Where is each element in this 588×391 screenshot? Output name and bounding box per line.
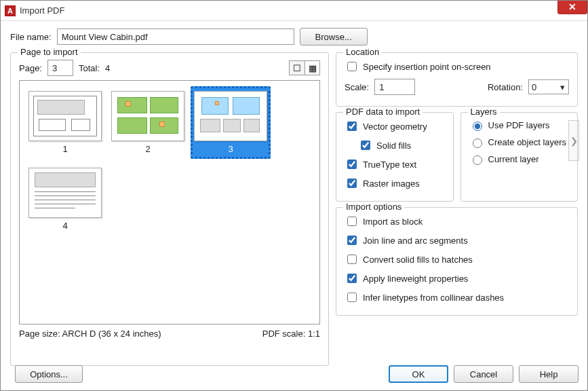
- view-grid-icon[interactable]: ▦: [305, 61, 319, 75]
- import-as-block-checkbox[interactable]: [347, 217, 357, 226]
- vector-geometry-checkbox[interactable]: [347, 122, 357, 131]
- import-as-block-label: Import as block: [363, 217, 423, 227]
- rotation-select[interactable]: [528, 79, 569, 94]
- close-button[interactable]: ✕: [557, 0, 587, 14]
- solid-fills-checkbox[interactable]: [361, 141, 370, 150]
- pdf-data-legend: PDF data to import: [343, 107, 423, 117]
- truetype-text-label: TrueType text: [363, 160, 416, 170]
- specify-insertion-checkbox[interactable]: [347, 62, 357, 71]
- title-bar: A Import PDF ✕: [1, 1, 587, 21]
- thumb-preview: [194, 91, 267, 141]
- ok-button[interactable]: OK: [389, 365, 448, 383]
- page-label: Page:: [19, 63, 42, 73]
- use-pdf-layers-radio[interactable]: [473, 122, 482, 131]
- page-thumb-4[interactable]: 4: [25, 163, 105, 236]
- thumb-caption: 2: [145, 144, 150, 154]
- specify-insertion-label: Specify insertion point on-screen: [363, 62, 491, 72]
- scale-label: Scale:: [345, 82, 369, 92]
- infer-linetypes-checkbox[interactable]: [347, 293, 357, 302]
- import-options-legend: Import options: [343, 202, 404, 212]
- help-button[interactable]: Help: [519, 365, 579, 383]
- page-thumb-1[interactable]: 1: [25, 86, 105, 159]
- location-legend: Location: [343, 47, 382, 57]
- current-layer-label: Current layer: [488, 154, 539, 164]
- thumb-caption: 3: [228, 144, 233, 154]
- create-object-layers-label: Create object layers: [488, 137, 567, 147]
- vector-geometry-label: Vector geometry: [363, 122, 427, 132]
- view-toggle: ☐ ▦: [289, 60, 320, 75]
- raster-images-label: Raster images: [363, 179, 420, 189]
- join-segments-label: Join line and arc segments: [363, 236, 468, 246]
- raster-images-checkbox[interactable]: [347, 179, 357, 188]
- browse-button[interactable]: Browse...: [300, 28, 368, 45]
- infer-linetypes-label: Infer linetypes from collinear dashes: [363, 293, 504, 303]
- app-icon: A: [5, 5, 16, 16]
- thumb-caption: 4: [62, 221, 67, 231]
- thumb-preview: [111, 91, 184, 141]
- page-size: Page size: ARCH D (36 x 24 inches): [19, 329, 161, 339]
- rotation-label: Rotation:: [488, 82, 523, 92]
- page-to-import-legend: Page to import: [18, 47, 81, 57]
- file-name-input[interactable]: [57, 29, 294, 45]
- apply-lineweight-label: Apply lineweight properties: [363, 274, 468, 284]
- convert-hatches-checkbox[interactable]: [347, 255, 357, 264]
- thumb-preview: [28, 91, 102, 141]
- layers-legend: Layers: [468, 107, 500, 117]
- thumb-caption: 1: [62, 144, 67, 154]
- page-thumb-2[interactable]: 2: [108, 86, 188, 159]
- view-single-icon[interactable]: ☐: [290, 61, 305, 75]
- page-thumb-3[interactable]: 3: [191, 86, 271, 159]
- thumb-preview: [28, 168, 102, 218]
- solid-fills-label: Solid fills: [376, 141, 411, 151]
- convert-hatches-label: Convert solid fills to hatches: [363, 255, 473, 265]
- current-layer-radio[interactable]: [473, 155, 482, 165]
- create-object-layers-radio[interactable]: [473, 138, 482, 148]
- use-pdf-layers-label: Use PDF layers: [488, 120, 550, 130]
- total-label: Total:: [79, 63, 100, 73]
- cancel-button[interactable]: Cancel: [454, 365, 513, 383]
- file-name-label: File name:: [10, 32, 52, 42]
- join-segments-checkbox[interactable]: [347, 236, 357, 245]
- window-title: Import PDF: [20, 5, 64, 16]
- scale-input[interactable]: [374, 79, 415, 95]
- total-value: 4: [105, 63, 110, 73]
- truetype-text-checkbox[interactable]: [347, 160, 357, 169]
- thumbnail-area: 1 2: [19, 80, 320, 324]
- pdf-scale: PDF scale: 1:1: [262, 329, 320, 339]
- options-button[interactable]: Options...: [15, 365, 83, 383]
- apply-lineweight-checkbox[interactable]: [347, 274, 357, 283]
- page-input[interactable]: [47, 60, 73, 76]
